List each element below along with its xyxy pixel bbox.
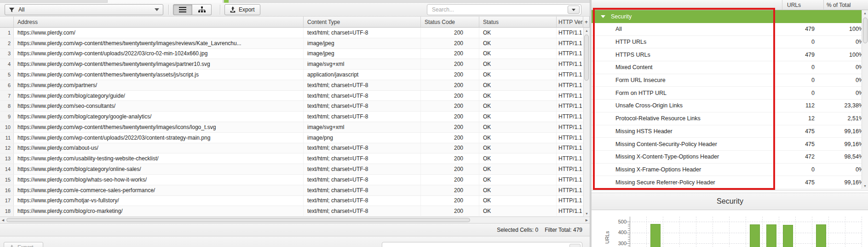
status-code-cell[interactable]: 200: [421, 91, 479, 101]
overview-pct-column-header[interactable]: % of Total: [824, 0, 868, 10]
status-code-cell[interactable]: 200: [421, 112, 479, 122]
search-options-button[interactable]: [568, 6, 580, 14]
scroll-left-arrow-icon[interactable]: ◀: [0, 217, 6, 223]
status-code-cell[interactable]: 200: [421, 28, 479, 38]
status-cell[interactable]: OK: [479, 185, 557, 195]
content-type-cell[interactable]: text/html; charset=UTF-8: [304, 175, 421, 185]
content-type-cell[interactable]: image/svg+xml: [304, 122, 421, 132]
overview-filter-row[interactable]: All479100%: [592, 23, 868, 36]
overview-filter-row[interactable]: Mixed Content00%: [592, 61, 868, 74]
status-code-cell[interactable]: 200: [421, 164, 479, 174]
add-column-button[interactable]: +: [583, 17, 590, 28]
status-code-cell[interactable]: 200: [421, 175, 479, 185]
address-cell[interactable]: https://www.plerdy.com/blog/whats-seo-ho…: [14, 175, 304, 185]
content-type-cell[interactable]: image/jpeg: [304, 49, 421, 59]
scroll-down-arrow-icon[interactable]: ▼: [584, 211, 590, 217]
status-cell[interactable]: OK: [479, 175, 557, 185]
collapse-triangle-icon[interactable]: [601, 15, 605, 18]
lower-pane-search[interactable]: [382, 242, 582, 247]
address-cell[interactable]: https://www.plerdy.com/wp-content/themes…: [14, 122, 304, 132]
status-code-cell[interactable]: 200: [421, 143, 479, 153]
lower-pane-export-button[interactable]: Export: [4, 242, 43, 247]
overview-filter-row[interactable]: Unsafe Cross-Origin Links11223,38%: [592, 100, 868, 112]
column-header-status-code[interactable]: Status Code: [421, 17, 479, 28]
security-section-header[interactable]: Security: [592, 10, 868, 23]
address-cell[interactable]: https://www.plerdy.com/wp-content/themes…: [14, 70, 304, 80]
search-input[interactable]: [427, 6, 568, 13]
tree-view-button[interactable]: [192, 4, 212, 15]
status-code-cell[interactable]: 200: [421, 133, 479, 143]
status-code-cell[interactable]: 200: [421, 59, 479, 69]
status-cell[interactable]: OK: [479, 153, 557, 164]
content-type-cell[interactable]: text/html; charset=UTF-8: [304, 143, 421, 153]
address-cell[interactable]: https://www.plerdy.com/wp-content/upload…: [14, 133, 304, 143]
column-header-address[interactable]: Address: [14, 17, 304, 28]
overview-filter-row[interactable]: Missing HSTS Header47599,16%: [592, 125, 868, 138]
status-code-cell[interactable]: 200: [421, 70, 479, 80]
status-code-cell[interactable]: 200: [421, 122, 479, 132]
address-cell[interactable]: https://www.plerdy.com/wp-content/themes…: [14, 59, 304, 69]
address-cell[interactable]: https://www.plerdy.com/blog/cro-marketin…: [14, 206, 304, 216]
scroll-up-arrow-icon[interactable]: ▲: [862, 10, 868, 16]
status-code-cell[interactable]: 200: [421, 196, 479, 206]
address-cell[interactable]: https://www.plerdy.com/partners/: [14, 80, 304, 90]
scroll-down-arrow-icon[interactable]: ▼: [862, 183, 868, 189]
status-code-cell[interactable]: 200: [421, 101, 479, 111]
status-cell[interactable]: OK: [479, 70, 557, 80]
content-type-cell[interactable]: image/svg+xml: [304, 59, 421, 69]
horizontal-scroll-thumb[interactable]: [6, 218, 470, 222]
column-header-http-version[interactable]: HTTP Vers: [557, 17, 583, 28]
status-cell[interactable]: OK: [479, 49, 557, 59]
table-vertical-scrollbar[interactable]: ▲ ▼: [583, 28, 589, 217]
address-cell[interactable]: https://www.plerdy.com/about-us/: [14, 143, 304, 153]
status-code-cell[interactable]: 200: [421, 38, 479, 48]
status-cell[interactable]: OK: [479, 112, 557, 122]
content-type-cell[interactable]: text/html; charset=UTF-8: [304, 112, 421, 122]
overview-filter-row[interactable]: Form on HTTP URL00%: [592, 87, 868, 100]
status-cell[interactable]: OK: [479, 122, 557, 132]
status-cell[interactable]: OK: [479, 91, 557, 101]
address-cell[interactable]: https://www.plerdy.com/: [14, 28, 304, 38]
address-cell[interactable]: https://www.plerdy.com/hotjar-vs-fullsto…: [14, 196, 304, 206]
address-cell[interactable]: https://www.plerdy.com/blog/category/gui…: [14, 91, 304, 101]
content-type-cell[interactable]: text/html; charset=UTF-8: [304, 185, 421, 195]
scroll-right-arrow-icon[interactable]: ▶: [584, 217, 590, 223]
overview-filter-row[interactable]: HTTPS URLs479100%: [592, 48, 868, 61]
status-cell[interactable]: OK: [479, 38, 557, 48]
scroll-up-arrow-icon[interactable]: ▲: [584, 28, 590, 34]
status-cell[interactable]: OK: [479, 143, 557, 153]
status-cell[interactable]: OK: [479, 196, 557, 206]
content-type-cell[interactable]: text/html; charset=UTF-8: [304, 80, 421, 90]
content-type-cell[interactable]: text/html; charset=UTF-8: [304, 101, 421, 111]
list-view-button[interactable]: [173, 4, 192, 15]
content-type-cell[interactable]: text/html; charset=UTF-8: [304, 153, 421, 164]
status-cell[interactable]: OK: [479, 206, 557, 216]
vertical-scroll-thumb[interactable]: [863, 18, 868, 43]
vertical-scroll-thumb[interactable]: [584, 35, 589, 81]
filter-dropdown[interactable]: All: [5, 4, 163, 15]
status-cell[interactable]: OK: [479, 133, 557, 143]
address-cell[interactable]: https://www.plerdy.com/seo-consultants/: [14, 101, 304, 111]
table-horizontal-scrollbar[interactable]: ◀ ▶: [0, 217, 590, 223]
overview-filter-row[interactable]: Missing X-Content-Type-Options Header472…: [592, 151, 868, 164]
status-cell[interactable]: OK: [479, 101, 557, 111]
status-cell[interactable]: OK: [479, 80, 557, 90]
content-type-cell[interactable]: text/html; charset=UTF-8: [304, 196, 421, 206]
overview-filter-row[interactable]: Missing Content-Security-Policy Header47…: [592, 138, 868, 151]
column-header-content-type[interactable]: Content Type: [304, 17, 421, 28]
overview-vertical-scrollbar[interactable]: ▲ ▼: [862, 10, 868, 189]
address-cell[interactable]: https://www.plerdy.com/blog/category/onl…: [14, 164, 304, 174]
content-type-cell[interactable]: image/png: [304, 133, 421, 143]
content-type-cell[interactable]: image/jpeg: [304, 38, 421, 48]
content-type-cell[interactable]: text/html; charset=UTF-8: [304, 91, 421, 101]
address-cell[interactable]: https://www.plerdy.com/wp-content/themes…: [14, 38, 304, 48]
status-cell[interactable]: OK: [479, 164, 557, 174]
address-cell[interactable]: https://www.plerdy.com/e-commerce-sales-…: [14, 185, 304, 195]
status-code-cell[interactable]: 200: [421, 206, 479, 216]
address-cell[interactable]: https://www.plerdy.com/wp-content/upload…: [14, 49, 304, 59]
overview-filter-row[interactable]: Missing Secure Referrer-Policy Header475…: [592, 176, 868, 189]
overview-urls-column-header[interactable]: URLs: [782, 0, 824, 10]
content-type-cell[interactable]: text/html; charset=UTF-8: [304, 164, 421, 174]
column-header-status[interactable]: Status: [479, 17, 557, 28]
status-cell[interactable]: OK: [479, 28, 557, 38]
